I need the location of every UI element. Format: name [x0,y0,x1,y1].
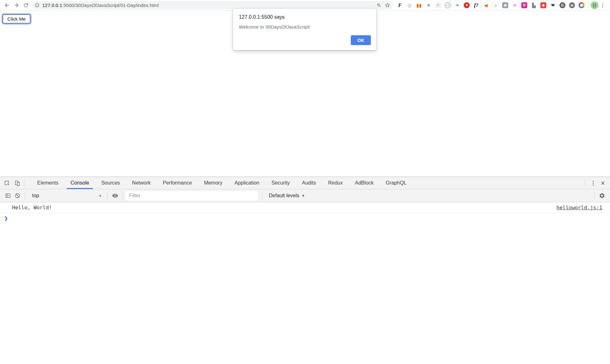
tab-label: GraphQL [386,180,407,186]
click-me-focus-ring: Click Me [3,14,31,24]
tab-label: Elements [37,180,59,186]
clear-console-button[interactable] [13,191,22,200]
clear-icon [14,192,21,199]
extensions-row: F ◎ ▮▮ ✳ ❖ (-) ✒ ✶ f? ◀ ◑ ◉ ✧ ⚙ ▙ ◆ [396,1,586,9]
tab-label: Security [271,180,290,186]
tab-graphql[interactable]: GraphQL [381,177,412,189]
console-toolbar-separator [122,192,123,199]
info-icon [35,3,39,8]
profile-avatar[interactable]: {} [591,1,599,9]
hand-blocker-icon[interactable]: ✶ [464,2,470,8]
tab-label: Sources [101,180,120,186]
console-prompt[interactable]: ❯ [0,213,610,223]
console-toolbar-right [592,191,607,200]
bookmark-extension-icon[interactable]: ◆ [540,2,546,8]
back-icon [4,2,10,8]
orbit-icon[interactable]: ◎ [405,1,414,9]
tab-console[interactable]: Console [66,177,94,189]
console-toolbar-separator [107,192,108,199]
close-icon [600,180,606,186]
inspect-element-button[interactable] [2,178,12,188]
eyedropper-icon[interactable]: ✒ [453,1,461,9]
tab-elements[interactable]: Elements [32,177,64,189]
tab-sources[interactable]: Sources [96,177,125,189]
context-selector[interactable]: top ▼ [28,193,105,199]
reload-icon [23,2,29,8]
inspect-cursor-icon [4,180,10,186]
url-bar[interactable]: 127.0.0.1:5500/30DaysOfJavaScript/01-Day… [32,1,393,9]
heart-search-icon[interactable]: ❤ [549,1,557,9]
console-toolbar-separator [25,192,25,199]
devtools-tabbar: Elements Console Sources Network Perform… [0,177,610,189]
console-toolbar: top ▼ Default levels ▼ [0,189,610,202]
tab-redux[interactable]: Redux [323,177,348,189]
device-toolbar-icon [14,180,21,186]
swirl-icon[interactable]: ◑ [492,2,499,8]
alert-dialog: 127.0.0.1:5500 says Welcome to 30DaysOfJ… [233,9,376,50]
default-levels-dropdown[interactable]: Default levels ▼ [269,193,305,199]
browser-menu-icon[interactable]: ⋮ [599,1,607,9]
g-circle-icon[interactable]: G [559,2,565,8]
megaphone-icon[interactable]: ◀ [482,1,490,9]
tab-security[interactable]: Security [266,177,295,189]
blocks-icon[interactable]: ▙ [530,1,538,9]
page-info-button[interactable] [35,3,39,8]
filter-input[interactable] [125,191,258,200]
wave-icon[interactable]: w [569,2,575,8]
devtools-tabbar-right: ⋮ [582,177,610,189]
toolbar-separator [588,2,588,8]
columns-icon[interactable]: ▮▮ [415,1,423,9]
gear-extension-icon[interactable]: ⚙ [521,2,527,8]
tab-performance[interactable]: Performance [158,177,197,189]
url-host: 127.0.0.1 [42,3,62,8]
console-log-row: Hello, World! helloworld.js:1 [0,202,610,213]
camera-icon[interactable]: ◉ [502,2,508,8]
tab-label: Audits [302,180,316,186]
tab-application[interactable]: Application [229,177,264,189]
code-wrap-icon[interactable]: (-) [445,2,451,8]
forward-icon [13,2,19,8]
devtools-close-button[interactable] [598,178,607,188]
tab-label: Performance [163,180,192,186]
devtools-menu-icon[interactable]: ⋮ [588,178,598,188]
reload-button[interactable] [21,1,31,10]
console-source-link[interactable]: helloworld.js:1 [557,205,603,211]
tab-label: Application [234,180,259,186]
live-expression-button[interactable] [110,191,120,200]
devtools-tabs: Elements Console Sources Network Perform… [32,177,413,189]
tabbar-separator [24,179,24,186]
tabbar-right-separator [585,179,585,187]
chevron-down-icon: ▼ [99,194,102,198]
chevron-down-icon: ▼ [302,194,305,198]
tab-audits[interactable]: Audits [297,177,321,189]
ok-button[interactable]: OK [351,35,371,45]
console-log-text: Hello, World! [12,205,52,211]
disabled-extension-icon[interactable]: ❖ [435,2,441,8]
tab-label: Network [132,180,151,186]
colorful-ring-icon[interactable] [579,2,585,8]
bug-icon[interactable]: ✳ [424,1,433,9]
tab-label: Memory [204,180,222,186]
devtools-panel: Elements Console Sources Network Perform… [0,177,610,364]
forward-button[interactable] [11,1,21,10]
tab-label: Console [71,180,89,186]
device-toolbar-button[interactable] [12,178,22,188]
tab-label: AdBlock [355,180,374,186]
f-question-icon[interactable]: f? [472,1,481,9]
zoom-icon[interactable] [377,3,381,8]
tab-network[interactable]: Network [127,177,156,189]
graphql-atom-icon[interactable]: ✧ [510,1,519,9]
tab-memory[interactable]: Memory [199,177,227,189]
default-levels-label: Default levels [269,193,299,199]
back-button[interactable] [2,1,11,10]
gear-icon [599,192,605,199]
tab-adblock[interactable]: AdBlock [350,177,379,189]
alert-message: Welcome to 30DaysOfJavaScript! [239,24,371,30]
font-swap-icon[interactable]: F [396,1,404,9]
alert-title: 127.0.0.1:5500 says [239,14,371,20]
tab-label: Redux [328,180,343,186]
show-sidebar-button[interactable] [3,191,13,200]
settings-button[interactable] [597,191,607,200]
bookmark-star-icon[interactable] [385,3,390,8]
click-me-button[interactable]: Click Me [3,14,31,24]
